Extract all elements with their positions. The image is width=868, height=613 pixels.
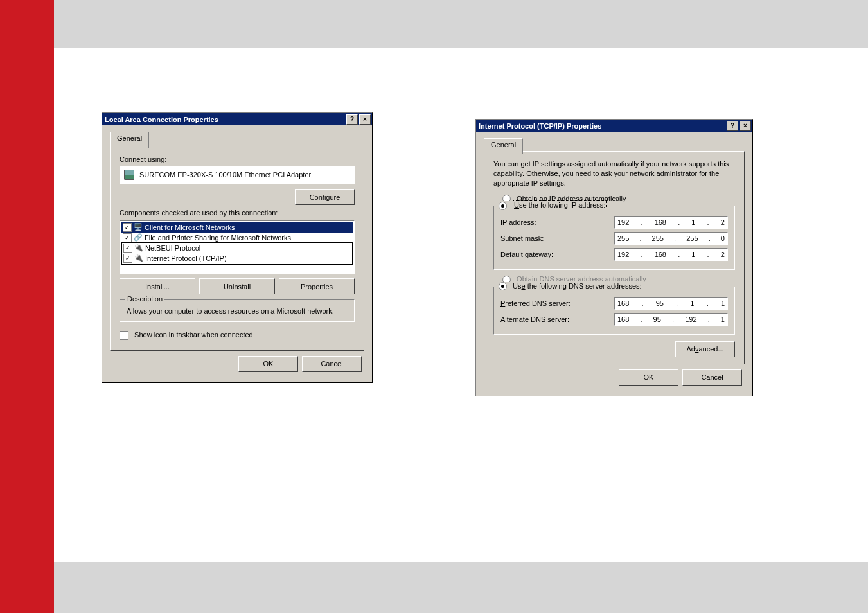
adns-label: lternate DNS server: (505, 315, 569, 323)
adapter-field: SURECOM EP-320X-S 100/10M Ethernet PCI A… (120, 166, 355, 184)
description-legend: Description (125, 295, 164, 303)
use-dns-label: Use the following DNS server addresses: (513, 282, 642, 290)
uninstall-button[interactable]: Uninstall (199, 278, 275, 294)
ok-button[interactable]: OK (619, 369, 678, 386)
highlight-box: ✓ 🔌 NetBEUI Protocol ✓ 🔌 Internet Protoc… (121, 242, 353, 265)
ip-address-input[interactable]: 192.168.1.2 (614, 216, 728, 229)
help-button[interactable]: ? (727, 121, 738, 131)
ip-group: Use the following IP address: IP address… (493, 206, 735, 270)
show-icon-label: Show icon in taskbar when connected (134, 331, 253, 339)
checkbox-icon[interactable]: ✓ (123, 233, 132, 242)
tcpip-titlebar: Internet Protocol (TCP/IP) Properties ? … (476, 120, 752, 132)
mask-label: bnet mask: (509, 235, 544, 242)
properties-button[interactable]: Properties (279, 278, 355, 294)
radio-use-ip[interactable] (499, 202, 507, 210)
checkbox-icon[interactable]: ✓ (123, 254, 132, 263)
lac-tab-general[interactable]: General (110, 132, 149, 148)
ip-label: P address: (502, 218, 536, 226)
advanced-button[interactable]: Advanced... (675, 341, 735, 357)
tcpip-tabpanel: You can get IP settings assigned automat… (484, 151, 745, 364)
close-button[interactable]: × (740, 121, 751, 131)
cancel-button[interactable]: Cancel (682, 369, 742, 386)
component-fileprint[interactable]: ✓ 🔗 File and Printer Sharing for Microso… (121, 233, 353, 243)
lac-dialog: Local Area Connection Properties ? × Gen… (102, 112, 373, 383)
tcpip-intro: You can get IP settings assigned automat… (493, 159, 735, 188)
show-icon-checkbox[interactable] (120, 331, 128, 340)
lac-title: Local Area Connection Properties (105, 116, 218, 123)
help-button[interactable]: ? (346, 114, 358, 125)
component-client[interactable]: ✓ 🖥️ Client for Microsoft Networks (121, 222, 353, 233)
adapter-name: SURECOM EP-320X-S 100/10M Ethernet PCI A… (139, 171, 311, 179)
components-listbox[interactable]: ✓ 🖥️ Client for Microsoft Networks ✓ 🔗 F… (120, 220, 355, 274)
cancel-button[interactable]: Cancel (302, 356, 362, 372)
gateway-input[interactable]: 192.168.1.2 (614, 248, 728, 261)
configure-button[interactable]: Configure (295, 189, 355, 205)
tcpip-dialog: Internet Protocol (TCP/IP) Properties ? … (475, 119, 753, 396)
component-tcpip[interactable]: ✓ 🔌 Internet Protocol (TCP/IP) (122, 253, 352, 263)
nic-icon (124, 170, 134, 180)
radio-use-dns[interactable] (499, 282, 507, 290)
client-icon: 🖥️ (134, 223, 143, 232)
preferred-dns-input[interactable]: 168.95.1.1 (614, 297, 728, 310)
dns-group: Use the following DNS server addresses: … (493, 287, 735, 335)
subnet-mask-input[interactable]: 255.255.255.0 (614, 232, 728, 245)
tcpip-tab-general[interactable]: General (484, 138, 523, 154)
lac-titlebar: Local Area Connection Properties ? × (102, 113, 372, 125)
close-button[interactable]: × (359, 114, 371, 125)
lac-tabstrip: General (110, 132, 364, 145)
checkbox-icon[interactable]: ✓ (123, 223, 132, 232)
description-group: Description Allows your computer to acce… (120, 299, 355, 322)
share-icon: 🔗 (134, 233, 143, 242)
protocol-icon: 🔌 (134, 254, 143, 263)
alternate-dns-input[interactable]: 168.95.192.1 (614, 313, 728, 326)
tcpip-tabstrip: General (484, 138, 745, 152)
component-netbeui[interactable]: ✓ 🔌 NetBEUI Protocol (122, 243, 352, 253)
checkbox-icon[interactable]: ✓ (123, 244, 132, 253)
connect-using-label: Connect using: (120, 155, 355, 163)
pdns-label: referred DNS server: (505, 299, 570, 307)
use-ip-label: Use the following IP address: (513, 200, 607, 209)
description-text: Allows your computer to access resources… (127, 306, 348, 316)
gateway-label: efault gateway: (506, 251, 553, 258)
lac-tabpanel: Connect using: SURECOM EP-320X-S 100/10M… (110, 145, 364, 351)
doc-red-sidebar (0, 0, 54, 613)
install-button[interactable]: Install... (120, 278, 195, 294)
ok-button[interactable]: OK (238, 356, 298, 372)
protocol-icon: 🔌 (134, 244, 143, 253)
components-label: Components checked are used by this conn… (120, 209, 355, 217)
tcpip-title: Internet Protocol (TCP/IP) Properties (479, 122, 601, 130)
